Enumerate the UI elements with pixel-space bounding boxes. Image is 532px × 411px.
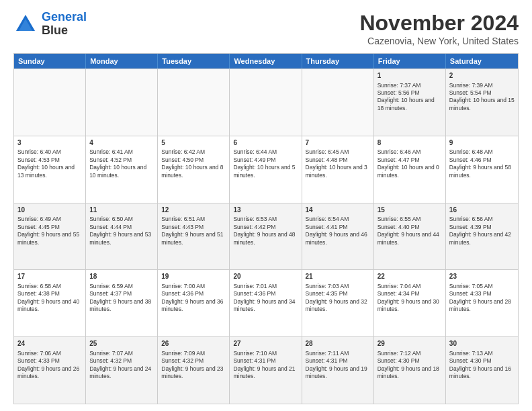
day-number: 24 (17, 339, 82, 349)
day-number: 2 (449, 71, 515, 81)
day-info: Sunrise: 6:48 AM Sunset: 4:46 PM Dayligh… (449, 148, 515, 179)
calendar-cell-7: 7Sunrise: 6:45 AM Sunset: 4:48 PM Daylig… (302, 136, 374, 203)
calendar-cell-24: 24Sunrise: 7:06 AM Sunset: 4:33 PM Dayli… (14, 337, 86, 404)
calendar: SundayMondayTuesdayWednesdayThursdayFrid… (13, 53, 519, 404)
header-day-friday: Friday (374, 54, 446, 68)
day-number: 14 (306, 205, 370, 215)
calendar-cell-empty-0-4 (302, 69, 374, 136)
day-info: Sunrise: 7:05 AM Sunset: 4:33 PM Dayligh… (449, 283, 515, 314)
day-info: Sunrise: 7:00 AM Sunset: 4:36 PM Dayligh… (161, 283, 226, 314)
calendar-cell-9: 9Sunrise: 6:48 AM Sunset: 4:46 PM Daylig… (446, 136, 518, 203)
calendar-cell-17: 17Sunrise: 6:58 AM Sunset: 4:38 PM Dayli… (14, 270, 86, 336)
calendar-cell-6: 6Sunrise: 6:44 AM Sunset: 4:49 PM Daylig… (230, 136, 302, 203)
logo-text: General Blue (42, 11, 87, 38)
calendar-cell-27: 27Sunrise: 7:10 AM Sunset: 4:31 PM Dayli… (230, 337, 302, 404)
day-number: 19 (161, 272, 226, 281)
calendar-cell-12: 12Sunrise: 6:51 AM Sunset: 4:43 PM Dayli… (158, 203, 230, 270)
calendar-cell-empty-0-3 (230, 69, 302, 136)
calendar-cell-30: 30Sunrise: 7:13 AM Sunset: 4:30 PM Dayli… (446, 337, 518, 404)
day-info: Sunrise: 7:01 AM Sunset: 4:36 PM Dayligh… (233, 283, 298, 314)
calendar-cell-15: 15Sunrise: 6:55 AM Sunset: 4:40 PM Dayli… (374, 203, 446, 270)
day-info: Sunrise: 6:45 AM Sunset: 4:48 PM Dayligh… (306, 148, 370, 179)
calendar-cell-29: 29Sunrise: 7:12 AM Sunset: 4:30 PM Dayli… (374, 337, 446, 404)
day-info: Sunrise: 6:59 AM Sunset: 4:37 PM Dayligh… (89, 283, 154, 314)
calendar-cell-10: 10Sunrise: 6:49 AM Sunset: 4:45 PM Dayli… (14, 203, 86, 270)
calendar-cell-22: 22Sunrise: 7:04 AM Sunset: 4:34 PM Dayli… (374, 270, 446, 336)
day-number: 30 (449, 339, 515, 349)
day-info: Sunrise: 6:56 AM Sunset: 4:39 PM Dayligh… (449, 216, 515, 246)
day-number: 20 (233, 272, 298, 281)
day-number: 23 (449, 272, 515, 281)
day-info: Sunrise: 6:54 AM Sunset: 4:41 PM Dayligh… (306, 216, 370, 246)
day-info: Sunrise: 7:13 AM Sunset: 4:30 PM Dayligh… (449, 350, 515, 381)
day-info: Sunrise: 7:09 AM Sunset: 4:32 PM Dayligh… (161, 350, 226, 381)
header: General Blue November 2024 Cazenovia, Ne… (13, 11, 519, 46)
day-number: 22 (378, 272, 442, 281)
day-number: 12 (161, 205, 226, 215)
header-day-wednesday: Wednesday (230, 54, 302, 68)
day-number: 29 (378, 339, 442, 349)
day-info: Sunrise: 6:50 AM Sunset: 4:44 PM Dayligh… (89, 216, 154, 246)
day-number: 11 (89, 205, 154, 215)
day-number: 3 (17, 138, 82, 148)
day-info: Sunrise: 6:41 AM Sunset: 4:52 PM Dayligh… (89, 148, 154, 179)
day-info: Sunrise: 7:37 AM Sunset: 5:56 PM Dayligh… (378, 82, 442, 113)
calendar-cell-25: 25Sunrise: 7:07 AM Sunset: 4:32 PM Dayli… (86, 337, 158, 404)
calendar-cell-5: 5Sunrise: 6:42 AM Sunset: 4:50 PM Daylig… (158, 136, 230, 203)
day-number: 25 (89, 339, 154, 349)
calendar-cell-20: 20Sunrise: 7:01 AM Sunset: 4:36 PM Dayli… (230, 270, 302, 336)
calendar-cell-empty-0-0 (14, 69, 86, 136)
calendar-cell-28: 28Sunrise: 7:11 AM Sunset: 4:31 PM Dayli… (302, 337, 374, 404)
calendar-row-2: 10Sunrise: 6:49 AM Sunset: 4:45 PM Dayli… (14, 203, 518, 270)
day-info: Sunrise: 7:06 AM Sunset: 4:33 PM Dayligh… (17, 350, 82, 381)
day-info: Sunrise: 6:49 AM Sunset: 4:45 PM Dayligh… (17, 216, 82, 246)
day-number: 27 (233, 339, 298, 349)
day-info: Sunrise: 6:53 AM Sunset: 4:42 PM Dayligh… (233, 216, 298, 246)
calendar-row-4: 24Sunrise: 7:06 AM Sunset: 4:33 PM Dayli… (14, 336, 518, 404)
day-number: 8 (378, 138, 442, 148)
calendar-cell-18: 18Sunrise: 6:59 AM Sunset: 4:37 PM Dayli… (86, 270, 158, 336)
header-day-sunday: Sunday (14, 54, 86, 68)
day-info: Sunrise: 6:55 AM Sunset: 4:40 PM Dayligh… (378, 216, 442, 246)
day-number: 17 (17, 272, 82, 281)
day-number: 10 (17, 205, 82, 215)
day-number: 6 (233, 138, 298, 148)
day-number: 26 (161, 339, 226, 349)
day-info: Sunrise: 7:03 AM Sunset: 4:35 PM Dayligh… (306, 283, 370, 314)
day-info: Sunrise: 6:44 AM Sunset: 4:49 PM Dayligh… (233, 148, 298, 179)
calendar-cell-16: 16Sunrise: 6:56 AM Sunset: 4:39 PM Dayli… (446, 203, 518, 270)
calendar-cell-4: 4Sunrise: 6:41 AM Sunset: 4:52 PM Daylig… (86, 136, 158, 203)
calendar-cell-14: 14Sunrise: 6:54 AM Sunset: 4:41 PM Dayli… (302, 203, 374, 270)
day-number: 4 (89, 138, 154, 148)
day-info: Sunrise: 6:58 AM Sunset: 4:38 PM Dayligh… (17, 283, 82, 314)
day-number: 13 (233, 205, 298, 215)
calendar-cell-3: 3Sunrise: 6:40 AM Sunset: 4:53 PM Daylig… (14, 136, 86, 203)
day-number: 15 (378, 205, 442, 215)
day-number: 21 (306, 272, 370, 281)
header-day-saturday: Saturday (446, 54, 518, 68)
header-day-thursday: Thursday (302, 54, 374, 68)
day-number: 16 (449, 205, 515, 215)
title-block: November 2024 Cazenovia, New York, Unite… (359, 11, 519, 46)
day-number: 18 (89, 272, 154, 281)
calendar-row-0: 1Sunrise: 7:37 AM Sunset: 5:56 PM Daylig… (14, 68, 518, 136)
calendar-cell-21: 21Sunrise: 7:03 AM Sunset: 4:35 PM Dayli… (302, 270, 374, 336)
calendar-cell-1: 1Sunrise: 7:37 AM Sunset: 5:56 PM Daylig… (374, 69, 446, 136)
calendar-cell-2: 2Sunrise: 7:39 AM Sunset: 5:54 PM Daylig… (446, 69, 518, 136)
calendar-cell-empty-0-1 (86, 69, 158, 136)
day-info: Sunrise: 7:11 AM Sunset: 4:31 PM Dayligh… (306, 350, 370, 381)
calendar-cell-26: 26Sunrise: 7:09 AM Sunset: 4:32 PM Dayli… (158, 337, 230, 404)
day-number: 7 (306, 138, 370, 148)
day-info: Sunrise: 6:42 AM Sunset: 4:50 PM Dayligh… (161, 148, 226, 179)
calendar-cell-23: 23Sunrise: 7:05 AM Sunset: 4:33 PM Dayli… (446, 270, 518, 336)
day-info: Sunrise: 7:12 AM Sunset: 4:30 PM Dayligh… (378, 350, 442, 381)
day-info: Sunrise: 7:39 AM Sunset: 5:54 PM Dayligh… (449, 82, 515, 113)
logo: General Blue (13, 11, 87, 38)
day-info: Sunrise: 7:04 AM Sunset: 4:34 PM Dayligh… (378, 283, 442, 314)
calendar-row-1: 3Sunrise: 6:40 AM Sunset: 4:53 PM Daylig… (14, 136, 518, 203)
day-info: Sunrise: 6:46 AM Sunset: 4:47 PM Dayligh… (378, 148, 442, 179)
day-info: Sunrise: 6:40 AM Sunset: 4:53 PM Dayligh… (17, 148, 82, 179)
day-number: 1 (378, 71, 442, 81)
header-day-tuesday: Tuesday (158, 54, 230, 68)
header-day-monday: Monday (86, 54, 158, 68)
